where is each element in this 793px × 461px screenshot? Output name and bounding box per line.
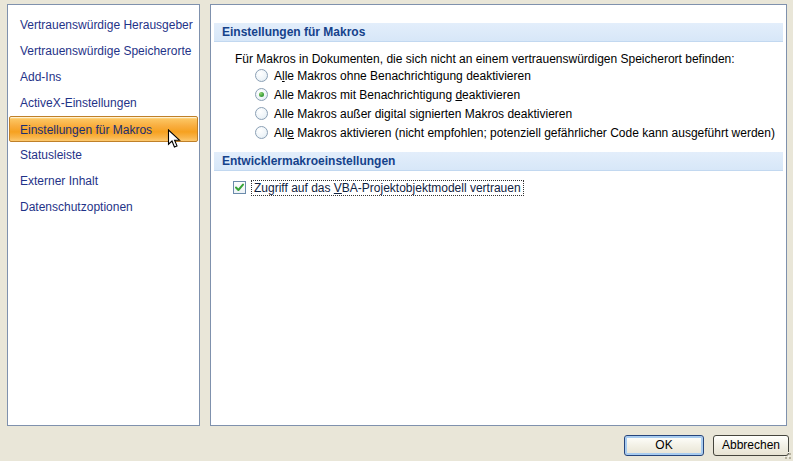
label-text: Alle Makros mit Benachrichtigung [274,88,455,102]
section-header-macro-settings: Einstellungen für Makros [214,23,783,42]
sidebar-item-statusleiste[interactable]: Statusleiste [8,142,199,168]
radio-option-label[interactable]: Alle Makros mit Benachrichtigung deaktiv… [274,88,520,102]
cancel-button[interactable]: Abbrechen [713,435,789,456]
macro-radio-group: Alle Makros ohne Benachrichtigung deakti… [255,66,775,142]
radio-option-disable-no-notify: Alle Makros ohne Benachrichtigung deakti… [255,66,775,85]
label-text: eaktivieren [462,88,520,102]
trust-center-window: Vertrauenswürdige Herausgeber Vertrauens… [0,0,793,461]
radio-button[interactable] [255,126,268,139]
radio-option-label[interactable]: Alle Makros ohne Benachrichtigung deakti… [274,69,531,83]
radio-button[interactable] [255,69,268,82]
radio-option-enable-all: Alle Makros aktivieren (nicht empfohlen;… [255,123,775,142]
radio-option-label[interactable]: Alle Makros aktivieren (nicht empfohlen;… [274,126,775,140]
sidebar-item-speicherorte[interactable]: Vertrauenswürdige Speicherorte [8,38,199,64]
sidebar: Vertrauenswürdige Herausgeber Vertrauens… [7,4,200,426]
radio-option-label[interactable]: Alle Makros außer digital signierten Mak… [274,107,572,121]
section-header-developer-macros: Entwicklermakroeinstellungen [214,152,783,171]
label-accelerator: g [384,107,391,121]
radio-option-disable-with-notify: Alle Makros mit Benachrichtigung deaktiv… [255,85,775,104]
sidebar-item-herausgeber[interactable]: Vertrauenswürdige Herausgeber [8,12,199,38]
label-text: All [274,126,287,140]
sidebar-item-datenschutz[interactable]: Datenschutzoptionen [8,194,199,220]
label-accelerator: V [334,181,342,195]
resize-grip[interactable] [781,449,792,460]
label-text: Makros aktivieren (nicht empfohlen; pote… [294,126,775,140]
label-text: Zugriff auf das [254,181,334,195]
sidebar-item-activex[interactable]: ActiveX-Einstellungen [8,90,199,116]
vba-trust-checkbox[interactable] [233,181,246,194]
vba-trust-checkbox-row: Zugriff auf das VBA-Projektobjektmodell … [233,179,524,196]
ok-button[interactable]: OK [624,435,704,456]
label-text: BA-Projektobjektmodell vertrauen [342,181,521,195]
vba-trust-checkbox-label[interactable]: Zugriff auf das VBA-Projektobjektmodell … [251,180,524,196]
label-text: le Makros ohne Benachrichtigung deaktivi… [285,69,531,83]
radio-option-disable-except-signed: Alle Makros außer digital signierten Mak… [255,104,775,123]
label-text: A [274,69,282,83]
macro-intro-text: Für Makros in Dokumenten, die sich nicht… [235,52,735,66]
label-text: ital signierten Makros deaktivieren [391,107,572,121]
radio-button-selected[interactable] [255,88,268,101]
sidebar-item-makros[interactable]: Einstellungen für Makros [9,116,198,142]
sidebar-item-add-ins[interactable]: Add-Ins [8,64,199,90]
radio-button[interactable] [255,107,268,120]
content-panel: Einstellungen für Makros Für Makros in D… [210,4,787,426]
checkmark-icon [234,182,245,193]
sidebar-item-externer-inhalt[interactable]: Externer Inhalt [8,168,199,194]
label-text: Alle Makros außer di [274,107,384,121]
